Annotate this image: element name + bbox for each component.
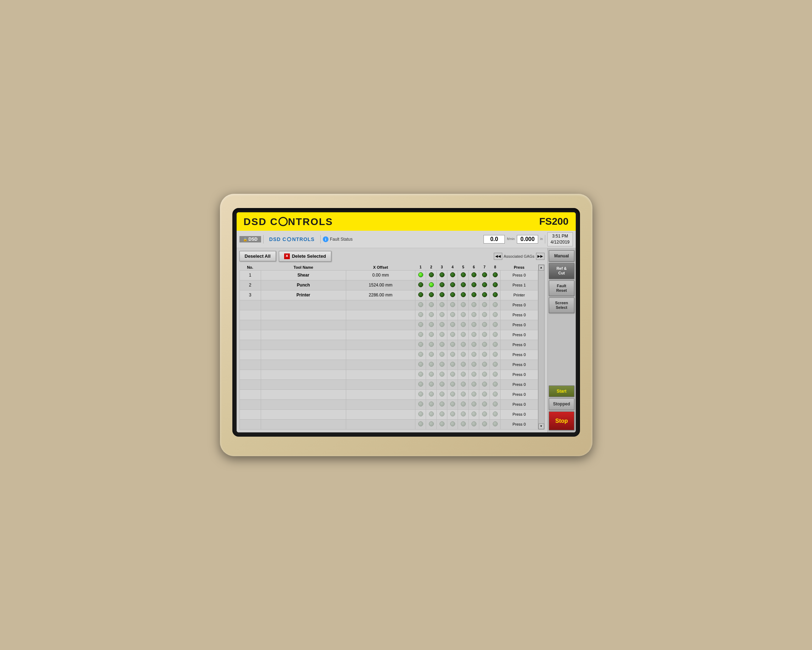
cell-gag-2[interactable] [426, 409, 437, 419]
manual-button[interactable]: Manual [549, 250, 574, 262]
cell-gag-5[interactable] [458, 359, 469, 370]
cell-gag-8[interactable] [490, 370, 501, 379]
cell-gag-1[interactable] [415, 409, 426, 419]
cell-gag-2[interactable] [426, 370, 437, 379]
delete-selected-button[interactable]: ✕ Delete Selected [279, 251, 331, 262]
fault-reset-button[interactable]: FaultReset [549, 280, 574, 296]
cell-gag-1[interactable] [415, 359, 426, 370]
table-row[interactable]: 1Shear0.00 mmPress 0 [240, 270, 538, 280]
table-row[interactable]: Press 0 [240, 370, 538, 379]
cell-gag-6[interactable] [469, 340, 479, 350]
table-row[interactable]: Press 0 [240, 409, 538, 419]
cell-gag-4[interactable] [447, 340, 458, 350]
cell-gag-3[interactable] [437, 399, 447, 409]
cell-gag-7[interactable] [479, 340, 490, 350]
cell-gag-8[interactable] [490, 340, 501, 350]
fault-status-button[interactable]: i Fault Status [323, 236, 353, 242]
table-scrollbar[interactable]: ▲ ▼ [538, 265, 545, 430]
cell-gag-6[interactable] [469, 350, 479, 359]
cell-gag-3[interactable] [437, 300, 447, 310]
cell-gag-1[interactable] [415, 340, 426, 350]
cell-gag-4[interactable] [447, 310, 458, 320]
cell-gag-6[interactable] [469, 409, 479, 419]
cell-gag-4[interactable] [447, 370, 458, 379]
ref-cut-button[interactable]: Ref &Cut [549, 263, 574, 279]
table-row[interactable]: Press 0 [240, 379, 538, 389]
cell-gag-5[interactable] [458, 379, 469, 389]
cell-gag-5[interactable] [458, 290, 469, 300]
cell-gag-4[interactable] [447, 330, 458, 340]
cell-gag-7[interactable] [479, 379, 490, 389]
cell-gag-6[interactable] [469, 379, 479, 389]
deselect-all-button[interactable]: Deselect All [240, 251, 276, 261]
cell-gag-8[interactable] [490, 350, 501, 359]
table-row[interactable]: Press 0 [240, 389, 538, 399]
cell-gag-2[interactable] [426, 419, 437, 429]
cell-gag-4[interactable] [447, 359, 458, 370]
cell-gag-5[interactable] [458, 399, 469, 409]
cell-gag-4[interactable] [447, 290, 458, 300]
cell-gag-2[interactable] [426, 399, 437, 409]
table-row[interactable]: Press 0 [240, 340, 538, 350]
table-row[interactable]: 2Punch1524.00 mmPress 1 [240, 280, 538, 290]
cell-gag-6[interactable] [469, 359, 479, 370]
scroll-down-button[interactable]: ▼ [539, 424, 544, 429]
cell-gag-5[interactable] [458, 270, 469, 280]
cell-gag-1[interactable] [415, 280, 426, 290]
cell-gag-2[interactable] [426, 379, 437, 389]
cell-gag-3[interactable] [437, 290, 447, 300]
cell-gag-2[interactable] [426, 350, 437, 359]
cell-gag-8[interactable] [490, 280, 501, 290]
cell-gag-6[interactable] [469, 280, 479, 290]
cell-gag-7[interactable] [479, 399, 490, 409]
cell-gag-8[interactable] [490, 320, 501, 330]
cell-gag-7[interactable] [479, 389, 490, 399]
cell-gag-8[interactable] [490, 399, 501, 409]
cell-gag-3[interactable] [437, 419, 447, 429]
cell-gag-7[interactable] [479, 310, 490, 320]
cell-gag-8[interactable] [490, 419, 501, 429]
cell-gag-4[interactable] [447, 350, 458, 359]
cell-gag-7[interactable] [479, 419, 490, 429]
gag-prev-button[interactable]: ◀◀ [494, 253, 502, 260]
cell-gag-6[interactable] [469, 290, 479, 300]
cell-gag-1[interactable] [415, 310, 426, 320]
cell-gag-5[interactable] [458, 350, 469, 359]
cell-gag-3[interactable] [437, 270, 447, 280]
cell-gag-7[interactable] [479, 290, 490, 300]
cell-gag-6[interactable] [469, 370, 479, 379]
cell-gag-8[interactable] [490, 389, 501, 399]
cell-gag-1[interactable] [415, 399, 426, 409]
table-row[interactable]: Press 0 [240, 350, 538, 359]
table-row[interactable]: 3Printer2286.00 mmPrinter [240, 290, 538, 300]
cell-gag-3[interactable] [437, 340, 447, 350]
cell-gag-3[interactable] [437, 350, 447, 359]
cell-gag-8[interactable] [490, 330, 501, 340]
cell-gag-2[interactable] [426, 290, 437, 300]
cell-gag-2[interactable] [426, 310, 437, 320]
cell-gag-4[interactable] [447, 399, 458, 409]
start-button[interactable]: Start [549, 385, 574, 397]
cell-gag-6[interactable] [469, 419, 479, 429]
cell-gag-2[interactable] [426, 320, 437, 330]
table-row[interactable]: Press 0 [240, 399, 538, 409]
cell-gag-7[interactable] [479, 409, 490, 419]
cell-gag-4[interactable] [447, 389, 458, 399]
cell-gag-1[interactable] [415, 300, 426, 310]
cell-gag-3[interactable] [437, 330, 447, 340]
cell-gag-3[interactable] [437, 359, 447, 370]
cell-gag-5[interactable] [458, 370, 469, 379]
stop-button[interactable]: Stop [549, 411, 574, 430]
cell-gag-1[interactable] [415, 320, 426, 330]
cell-gag-2[interactable] [426, 280, 437, 290]
cell-gag-7[interactable] [479, 270, 490, 280]
cell-gag-4[interactable] [447, 379, 458, 389]
cell-gag-4[interactable] [447, 419, 458, 429]
scroll-up-button[interactable]: ▲ [539, 265, 544, 271]
cell-gag-7[interactable] [479, 320, 490, 330]
cell-gag-7[interactable] [479, 359, 490, 370]
cell-gag-2[interactable] [426, 389, 437, 399]
cell-gag-3[interactable] [437, 320, 447, 330]
cell-gag-1[interactable] [415, 389, 426, 399]
cell-gag-2[interactable] [426, 300, 437, 310]
